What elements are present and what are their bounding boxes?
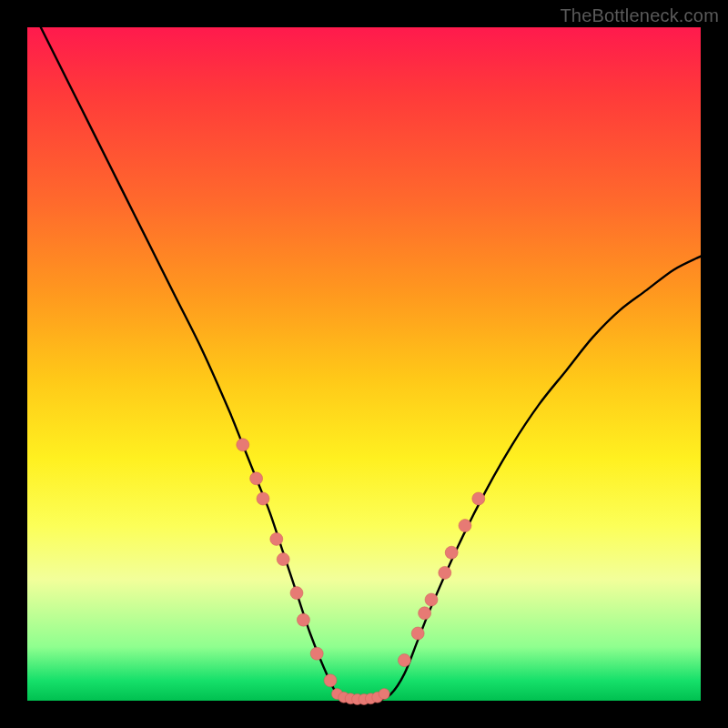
bottleneck-curve <box>41 27 701 702</box>
data-marker <box>237 439 249 451</box>
curve-svg <box>27 27 701 701</box>
data-marker <box>411 627 424 640</box>
data-marker <box>270 532 283 545</box>
markers <box>237 439 485 705</box>
chart-frame: TheBottleneck.com <box>0 0 728 728</box>
data-marker <box>310 647 323 660</box>
data-marker <box>472 492 485 505</box>
data-marker <box>445 546 458 559</box>
data-marker <box>379 689 389 700</box>
data-marker <box>324 674 337 687</box>
data-marker <box>425 593 438 606</box>
attribution-label: TheBottleneck.com <box>560 5 719 26</box>
data-marker <box>419 607 431 620</box>
data-marker <box>459 520 471 532</box>
data-marker <box>277 553 289 566</box>
data-marker <box>439 566 451 579</box>
data-marker <box>290 587 303 600</box>
data-marker <box>398 654 410 667</box>
data-marker <box>250 472 263 485</box>
data-marker <box>297 613 309 626</box>
plot-area <box>27 27 701 701</box>
data-marker <box>257 492 269 505</box>
